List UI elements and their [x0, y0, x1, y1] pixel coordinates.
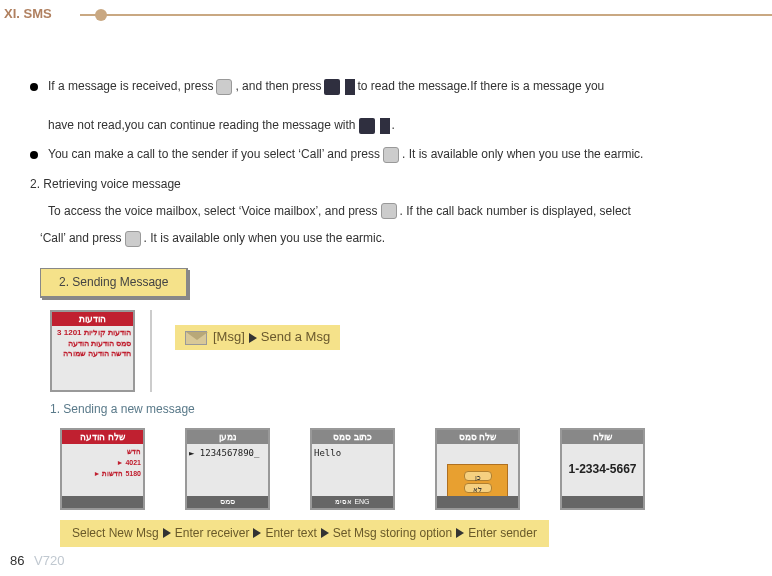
chevron-right-icon [456, 528, 464, 538]
body-bullet-1: If a message is received, press , and th… [30, 77, 742, 96]
header-divider-line [80, 14, 772, 16]
press-icon [381, 203, 397, 219]
phone-mock-step4: שלח סמס כן לא [435, 428, 520, 510]
breadcrumb-strip: [Msg] Send a Msg [175, 325, 340, 350]
phone-mock-step5: שולח 1-2334-5667 [560, 428, 645, 510]
action-step-5: Enter sender [468, 524, 537, 543]
chevron-right-icon [249, 333, 257, 343]
phone-softkeys: אסימ ENG [312, 496, 393, 508]
section2-line1-b: . If the call back number is displayed, … [400, 202, 631, 221]
call-icon [383, 147, 399, 163]
action-step-3: Enter text [265, 524, 316, 543]
phone-title: שלח סמס [437, 430, 518, 444]
bullet1-continuation: have not read,you can continue reading t… [48, 116, 742, 135]
bullet1-text-b: , and then press [235, 77, 321, 96]
phone-mock-menu: הודעות הודעות קוליות 1201 3 סמס הודעות ה… [50, 310, 135, 392]
action-sequence-strip: Select New Msg Enter receiver Enter text… [60, 520, 549, 547]
nav-icon [324, 79, 340, 95]
subsection-1-title: 1. Sending a new message [50, 400, 742, 419]
sending-message-box: 2. Sending Message [40, 268, 188, 298]
bullet1-cont-b: . [392, 116, 395, 135]
body-bullet-2: You can make a call to the sender if you… [30, 145, 742, 164]
page-footer: 86 V720 [10, 553, 64, 568]
phone-body: ► 1234567890_ [187, 444, 268, 496]
phone-softkeys [562, 496, 643, 508]
dialog-option-no: לא [464, 483, 492, 493]
nav-icon [359, 118, 375, 134]
action-step-2: Enter receiver [175, 524, 250, 543]
phone-title: שולח [562, 430, 643, 444]
phone-softkeys: סמס [187, 496, 268, 508]
bullet-dot [30, 83, 38, 91]
phone-body: הודעות קוליות 1201 3 סמס הודעות הודעה חד… [52, 326, 133, 390]
phone-title: נמען [187, 430, 268, 444]
dialog-overlay: כן לא [447, 464, 508, 496]
section2-line2-b: . It is available only when you use the … [144, 229, 385, 248]
bullet1-text-a: If a message is received, press [48, 77, 213, 96]
section-2-line2: ‘Call’ and press . It is available only … [40, 229, 742, 248]
message-envelope-icon [185, 331, 207, 345]
phone-mock-step2: נמען ► 1234567890_ סמס [185, 428, 270, 510]
bullet2-text-b: . It is available only when you use the … [402, 145, 643, 164]
phone-softkeys [437, 496, 518, 508]
call-icon [125, 231, 141, 247]
chapter-title: XI. SMS [4, 6, 52, 21]
section-2-heading: 2. Retrieving voice message [30, 175, 742, 194]
phone-softkeys [62, 496, 143, 508]
model-label: V720 [34, 553, 64, 568]
breadcrumb-label-2: Send a Msg [261, 327, 330, 348]
press-icon [216, 79, 232, 95]
phone-mock-step1: שלח הודעה חדש 4021 ► 5180 חדשות ► [60, 428, 145, 510]
bullet2-text-a: You can make a call to the sender if you… [48, 145, 380, 164]
chevron-right-icon [253, 528, 261, 538]
section-2-line1: To access the voice mailbox, select ‘Voi… [48, 202, 742, 221]
phone-breadcrumb-row: הודעות הודעות קוליות 1201 3 סמס הודעות ה… [50, 310, 742, 392]
chevron-right-icon [163, 528, 171, 538]
bullet-dot [30, 151, 38, 159]
phone-title: הודעות [52, 312, 133, 326]
phone-body: 1-2334-5667 [562, 444, 643, 496]
chevron-right-icon [321, 528, 329, 538]
section2-line2-a: ‘Call’ and press [40, 229, 122, 248]
bullet1-text-c: to read the message.If there is a messag… [357, 77, 604, 96]
phone-menu-list: הודעות קוליות 1201 3 סמס הודעות הודעה חד… [54, 328, 131, 359]
action-step-4: Set Msg storing option [333, 524, 452, 543]
phone-body: Hello [312, 444, 393, 496]
breadcrumb-label-1: [Msg] [213, 327, 245, 348]
phone-title: שלח הודעה [62, 430, 143, 444]
page-content: If a message is received, press , and th… [0, 24, 772, 557]
arrow-icon [380, 118, 390, 134]
arrow-icon [345, 79, 355, 95]
phone-body: כן לא [437, 444, 518, 496]
dialog-option-yes: כן [464, 471, 492, 481]
action-step-1: Select New Msg [72, 524, 159, 543]
page-number: 86 [10, 553, 24, 568]
phone-body: חדש 4021 ► 5180 חדשות ► [62, 444, 143, 496]
phone-title: כתוב סמס [312, 430, 393, 444]
vertical-divider [150, 310, 152, 392]
phone-mock-step3: כתוב סמס Hello אסימ ENG [310, 428, 395, 510]
header-divider-dot [95, 9, 107, 21]
section2-line1-a: To access the voice mailbox, select ‘Voi… [48, 202, 378, 221]
phone-sequence-grid: שלח הודעה חדש 4021 ► 5180 חדשות ► נמען ►… [60, 428, 742, 510]
chapter-header: XI. SMS [0, 8, 772, 24]
bullet1-cont-a: have not read,you can continue reading t… [48, 116, 356, 135]
